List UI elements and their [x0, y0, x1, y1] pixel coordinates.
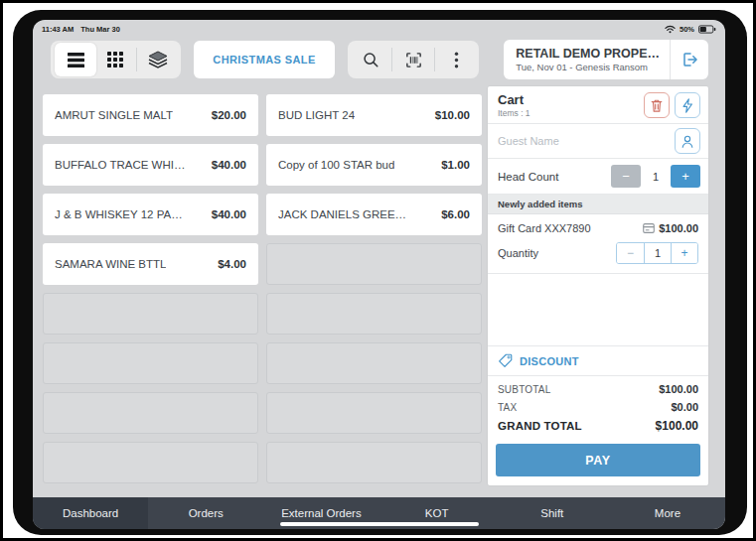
screenshot-canvas: 11:43 AM Thu Mar 30 50% [0, 0, 756, 541]
nav-item-more[interactable]: More [610, 497, 725, 529]
list-view-button[interactable] [55, 43, 96, 76]
clear-cart-button[interactable] [644, 92, 670, 118]
product-name: J & B WHISKEY 12 PA… [55, 208, 183, 220]
grid-view-button[interactable] [96, 44, 134, 75]
head-count-plus-button[interactable]: + [671, 165, 700, 188]
quantity-value: 1 [644, 243, 671, 263]
select-customer-button[interactable] [675, 128, 700, 154]
quantity-row: Quantity − 1 + [488, 238, 708, 274]
app-screen: 11:43 AM Thu Mar 30 50% [33, 20, 725, 529]
guest-name-row [488, 124, 708, 159]
toolbar-divider [136, 48, 137, 71]
wifi-icon [665, 25, 676, 34]
battery-percent: 50% [680, 25, 694, 34]
toolbar-divider [434, 48, 435, 71]
cart-title: Cart [498, 92, 530, 108]
total-value: $100.00 [659, 383, 698, 395]
nav-item-orders[interactable]: Orders [148, 497, 263, 529]
tablet-bezel: 11:43 AM Thu Mar 30 50% [13, 10, 747, 535]
barcode-scan-icon [404, 51, 423, 69]
quantity-label: Quantity [498, 247, 538, 259]
empty-product-slot [43, 392, 258, 434]
toolbar: CHRISTMAS SALE [33, 35, 725, 84]
cart-spacer [488, 274, 708, 345]
search-button[interactable] [352, 44, 389, 75]
product-tile[interactable]: AMRUT SINGLE MALT $20.00 [43, 94, 258, 136]
product-price: $4.00 [218, 258, 246, 270]
head-count-value: 1 [641, 165, 671, 188]
product-tile[interactable]: JACK DANIELS GREE… $6.00 [266, 194, 482, 235]
nav-item-dashboard[interactable]: Dashboard [33, 497, 148, 529]
quantity-stepper: − 1 + [616, 242, 698, 264]
cart-panel: Cart Items : 1 [488, 86, 708, 485]
discount-tag-icon [498, 353, 513, 368]
product-price: $1.00 [441, 159, 470, 171]
head-count-row: Head Count − 1 + [488, 159, 708, 195]
product-name: BUFFALO TRACE WHI… [55, 159, 185, 171]
total-row: TAX $0.00 [488, 398, 708, 416]
lightning-icon [681, 98, 693, 113]
product-tile[interactable]: BUD LIGHT 24 $10.00 [266, 94, 482, 136]
cart-line-item[interactable]: Gift Card XXX7890 $100.00 [488, 214, 708, 238]
toolbar-divider [391, 48, 392, 71]
product-tile[interactable]: Copy of 100 STAR bud $1.00 [266, 144, 482, 186]
barcode-scan-button[interactable] [394, 44, 432, 75]
category-button[interactable]: CHRISTMAS SALE [194, 41, 335, 78]
trash-icon [650, 98, 664, 113]
bottom-nav: Dashboard Orders External Orders KOT Shi… [33, 497, 725, 529]
main-area: AMRUT SINGLE MALT $20.00 BUD LIGHT 24 $1… [33, 84, 725, 497]
more-options-button[interactable] [437, 44, 475, 75]
discount-button[interactable]: DISCOUNT [488, 345, 708, 376]
search-icon [362, 51, 379, 68]
total-label: GRAND TOTAL [498, 420, 582, 432]
totals-rows: SUBTOTAL $100.00 TAX $0.00 GRAND TOTAL $… [488, 376, 708, 438]
person-icon [680, 134, 694, 149]
product-grid: AMRUT SINGLE MALT $20.00 BUD LIGHT 24 $1… [43, 94, 482, 483]
line-item-name: Gift Card XXX7890 [498, 222, 591, 234]
stack-view-icon [148, 51, 168, 68]
empty-product-slot [266, 392, 482, 434]
product-name: Copy of 100 STAR bud [278, 159, 394, 171]
product-price: $10.00 [435, 109, 470, 121]
head-count-minus-button[interactable]: − [611, 165, 641, 188]
grid-view-icon [107, 52, 123, 68]
status-bar: 11:43 AM Thu Mar 30 50% [33, 20, 725, 35]
total-label: SUBTOTAL [498, 384, 550, 395]
empty-product-slot [43, 442, 258, 483]
stack-view-button[interactable] [139, 44, 177, 75]
total-value: $0.00 [671, 401, 698, 413]
product-tile[interactable]: BUFFALO TRACE WHI… $40.00 [43, 144, 258, 186]
discount-label: DISCOUNT [520, 355, 579, 367]
home-indicator[interactable] [280, 522, 479, 526]
guest-name-input[interactable] [498, 135, 637, 147]
total-label: TAX [498, 402, 517, 413]
quantity-plus-button[interactable]: + [671, 243, 697, 263]
product-name: SAMARA WINE BTTL [55, 258, 166, 270]
quantity-minus-button[interactable]: − [617, 243, 644, 263]
product-tile[interactable]: SAMARA WINE BTTL $4.00 [43, 243, 258, 285]
product-tile[interactable]: J & B WHISKEY 12 PA… $40.00 [43, 194, 258, 235]
cart-items-count: Items : 1 [498, 108, 530, 118]
pay-button[interactable]: PAY [496, 444, 700, 476]
logout-button[interactable] [671, 40, 708, 79]
nav-item-shift[interactable]: Shift [495, 497, 610, 529]
gift-card-icon [643, 223, 655, 233]
store-name: RETAIL DEMO PROPE… [516, 47, 660, 63]
empty-product-slot [266, 442, 482, 483]
store-header[interactable]: RETAIL DEMO PROPE… Tue, Nov 01 - Genesis… [504, 40, 708, 79]
empty-product-slot [43, 342, 258, 384]
empty-product-slot [266, 243, 482, 285]
product-name: AMRUT SINGLE MALT [55, 109, 173, 121]
head-count-label: Head Count [498, 171, 558, 183]
quick-action-button[interactable] [675, 92, 700, 118]
empty-product-slot [43, 293, 258, 335]
status-date: Thu Mar 30 [80, 25, 120, 34]
product-name: JACK DANIELS GREE… [278, 208, 406, 220]
product-price: $6.00 [441, 208, 470, 220]
product-grid-wrap: AMRUT SINGLE MALT $20.00 BUD LIGHT 24 $1… [33, 84, 482, 497]
product-price: $40.00 [212, 208, 246, 220]
status-time: 11:43 AM [42, 25, 74, 34]
cart-header: Cart Items : 1 [488, 86, 708, 124]
product-name: BUD LIGHT 24 [278, 109, 355, 121]
total-row: SUBTOTAL $100.00 [488, 380, 708, 398]
